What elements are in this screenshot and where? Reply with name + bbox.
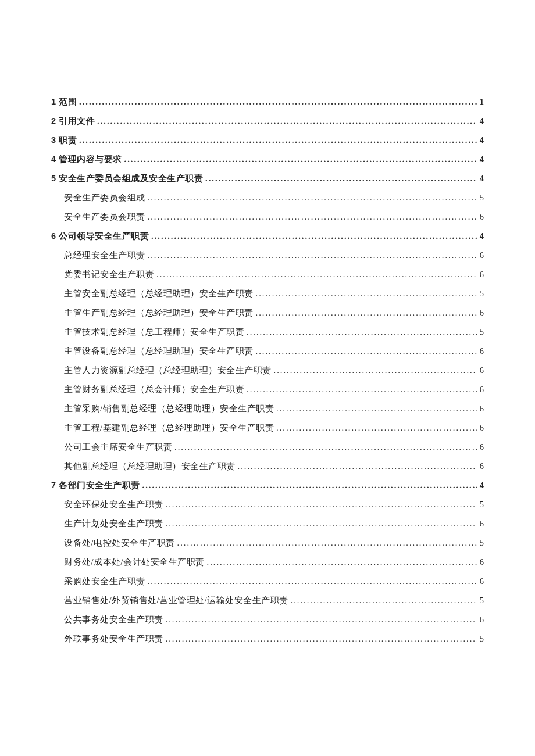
toc-dot-leader <box>95 117 477 126</box>
toc-entry-page: 6 <box>477 385 484 394</box>
toc-entry-title: 主管安全副总经理（总经理助理）安全生产职责 <box>64 289 254 298</box>
toc-entry-title: 主管人力资源副总经理（总经理助理）安全生产职责 <box>64 366 272 375</box>
toc-entry-title: 公共事务处安全生产职责 <box>64 615 163 624</box>
toc-dot-leader <box>288 596 477 605</box>
toc-dot-leader <box>254 289 477 298</box>
toc-entry[interactable]: 安全生产委员会组成5 <box>51 194 484 213</box>
toc-dot-leader <box>244 385 477 394</box>
toc-entry-page: 4 <box>477 155 484 164</box>
toc-dot-leader <box>163 500 477 509</box>
toc-entry-title: 安全生产委员会组成 <box>64 194 145 202</box>
toc-entry-title: 2 引用文件 <box>51 117 95 126</box>
toc-entry-title: 其他副总经理（总经理助理）安全生产职责 <box>64 462 236 471</box>
toc-entry-title: 营业销售处/外贸销售处/营业管理处/运输处安全生产职责 <box>64 596 288 605</box>
toc-dot-leader <box>236 462 477 471</box>
toc-entry-page: 6 <box>477 615 484 624</box>
toc-entry-page: 5 <box>477 635 484 643</box>
toc-entry-page: 4 <box>477 174 484 183</box>
toc-entry[interactable]: 主管采购/销售副总经理（总经理助理）安全生产职责6 <box>51 404 484 424</box>
toc-entry-title: 5 安全生产委员会组成及安全生产职责 <box>51 174 203 183</box>
table-of-contents: 1 范围12 引用文件43 职责44 管理内容与要求45 安全生产委员会组成及安… <box>51 98 484 654</box>
toc-entry[interactable]: 生产计划处安全生产职责6 <box>51 519 484 539</box>
toc-entry[interactable]: 2 引用文件4 <box>51 117 484 136</box>
toc-entry[interactable]: 7 各部门安全生产职责4 <box>51 481 484 500</box>
toc-dot-leader <box>205 558 477 567</box>
toc-entry[interactable]: 主管工程/基建副总经理（总经理助理）安全生产职责6 <box>51 424 484 443</box>
toc-entry[interactable]: 5 安全生产委员会组成及安全生产职责4 <box>51 174 484 194</box>
toc-entry-title: 主管财务副总经理（总会计师）安全生产职责 <box>64 385 244 394</box>
toc-entry[interactable]: 公共事务处安全生产职责6 <box>51 615 484 635</box>
toc-entry[interactable]: 财务处/成本处/会计处安全生产职责6 <box>51 558 484 577</box>
toc-dot-leader <box>77 136 477 145</box>
toc-entry-page: 4 <box>477 117 484 126</box>
toc-entry-page: 5 <box>477 194 484 202</box>
toc-dot-leader <box>272 366 477 375</box>
toc-entry-page: 5 <box>477 539 484 547</box>
toc-entry-page: 1 <box>477 98 484 106</box>
page: 1 范围12 引用文件43 职责44 管理内容与要求45 安全生产委员会组成及安… <box>0 0 535 756</box>
toc-entry-title: 7 各部门安全生产职责 <box>51 481 140 490</box>
toc-entry[interactable]: 安全生产委员会职责6 <box>51 213 484 232</box>
toc-entry[interactable]: 其他副总经理（总经理助理）安全生产职责6 <box>51 462 484 481</box>
toc-entry-page: 4 <box>477 232 484 241</box>
toc-dot-leader <box>154 270 477 279</box>
toc-dot-leader <box>149 232 477 241</box>
toc-entry-title: 采购处安全生产职责 <box>64 577 145 586</box>
toc-entry-page: 6 <box>477 270 484 279</box>
toc-entry[interactable]: 党委书记安全生产职责6 <box>51 270 484 289</box>
toc-entry[interactable]: 3 职责4 <box>51 136 484 155</box>
toc-entry-title: 1 范围 <box>51 98 77 106</box>
toc-entry-page: 6 <box>477 462 484 471</box>
toc-entry-title: 6 公司领导安全生产职责 <box>51 232 149 241</box>
toc-dot-leader <box>274 424 477 432</box>
toc-entry-title: 主管采购/销售副总经理（总经理助理）安全生产职责 <box>64 404 274 413</box>
toc-entry-page: 6 <box>477 424 484 432</box>
toc-entry[interactable]: 主管安全副总经理（总经理助理）安全生产职责5 <box>51 289 484 309</box>
toc-entry-page: 4 <box>477 481 484 490</box>
toc-entry-title: 安全环保处安全生产职责 <box>64 500 163 509</box>
toc-dot-leader <box>122 155 477 164</box>
toc-dot-leader <box>163 635 477 643</box>
toc-entry[interactable]: 主管生产副总经理（总经理助理）安全生产职责6 <box>51 309 484 328</box>
toc-entry[interactable]: 4 管理内容与要求4 <box>51 155 484 174</box>
toc-entry-title: 主管工程/基建副总经理（总经理助理）安全生产职责 <box>64 424 274 432</box>
toc-dot-leader <box>77 98 477 106</box>
toc-entry-page: 6 <box>477 519 484 528</box>
toc-entry[interactable]: 主管设备副总经理（总经理助理）安全生产职责6 <box>51 347 484 366</box>
toc-entry[interactable]: 外联事务处安全生产职责5 <box>51 635 484 654</box>
toc-entry-title: 党委书记安全生产职责 <box>64 270 154 279</box>
toc-entry[interactable]: 设备处/电控处安全生产职责5 <box>51 539 484 558</box>
toc-dot-leader <box>163 615 477 624</box>
toc-entry[interactable]: 公司工会主席安全生产职责6 <box>51 443 484 462</box>
toc-entry-page: 6 <box>477 443 484 452</box>
toc-dot-leader <box>274 404 477 413</box>
toc-dot-leader <box>145 251 477 260</box>
toc-dot-leader <box>145 577 477 586</box>
toc-entry-page: 6 <box>477 404 484 413</box>
toc-entry[interactable]: 主管技术副总经理（总工程师）安全生产职责5 <box>51 328 484 347</box>
toc-entry[interactable]: 6 公司领导安全生产职责4 <box>51 232 484 251</box>
toc-entry[interactable]: 采购处安全生产职责6 <box>51 577 484 596</box>
toc-dot-leader <box>254 309 477 317</box>
toc-entry[interactable]: 总经理安全生产职责6 <box>51 251 484 270</box>
toc-entry-title: 3 职责 <box>51 136 77 145</box>
toc-dot-leader <box>145 213 477 221</box>
toc-entry-title: 主管设备副总经理（总经理助理）安全生产职责 <box>64 347 254 356</box>
toc-entry-page: 6 <box>477 309 484 317</box>
toc-entry-title: 设备处/电控处安全生产职责 <box>64 539 175 547</box>
toc-entry[interactable]: 主管人力资源副总经理（总经理助理）安全生产职责6 <box>51 366 484 385</box>
toc-entry[interactable]: 安全环保处安全生产职责5 <box>51 500 484 519</box>
toc-entry-page: 6 <box>477 558 484 567</box>
toc-entry-page: 5 <box>477 596 484 605</box>
toc-entry-page: 6 <box>477 213 484 221</box>
toc-entry-page: 6 <box>477 577 484 586</box>
toc-entry-title: 公司工会主席安全生产职责 <box>64 443 172 452</box>
toc-entry-page: 5 <box>477 500 484 509</box>
toc-entry[interactable]: 营业销售处/外贸销售处/营业管理处/运输处安全生产职责5 <box>51 596 484 615</box>
toc-entry-title: 安全生产委员会职责 <box>64 213 145 221</box>
toc-entry[interactable]: 1 范围1 <box>51 98 484 117</box>
toc-entry-page: 6 <box>477 251 484 260</box>
toc-entry[interactable]: 主管财务副总经理（总会计师）安全生产职责6 <box>51 385 484 404</box>
toc-dot-leader <box>254 347 477 356</box>
toc-entry-page: 5 <box>477 328 484 336</box>
